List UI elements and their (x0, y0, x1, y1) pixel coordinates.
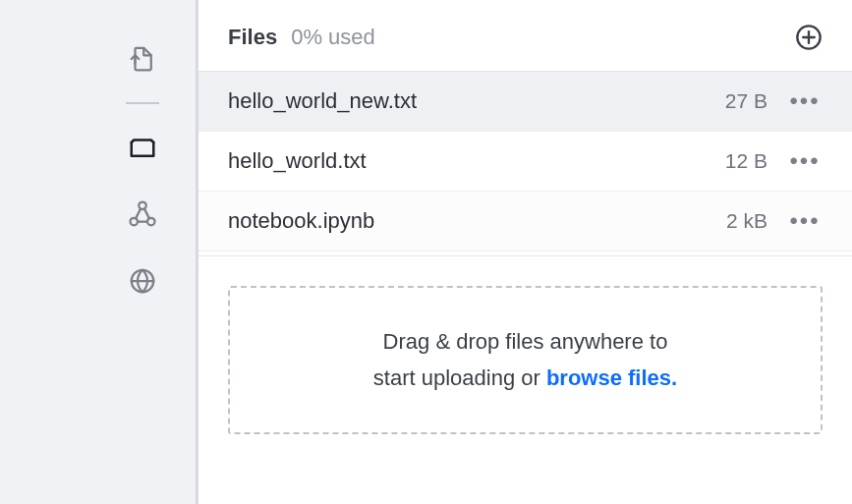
upload-file-icon[interactable] (123, 39, 162, 79)
share-icon[interactable] (123, 195, 162, 234)
files-panel: Files 0% used hello_world_new.txt 27 B •… (197, 0, 852, 504)
file-name: hello_world.txt (228, 148, 685, 174)
add-file-button[interactable] (795, 24, 823, 51)
files-header: Files 0% used (199, 0, 852, 72)
file-row[interactable]: hello_world.txt 12 B ••• (199, 132, 852, 192)
sidebar-divider (126, 102, 159, 104)
file-row[interactable]: notebook.ipynb 2 kB ••• (199, 192, 852, 252)
dropzone-container: Drag & drop files anywhere to start uplo… (199, 255, 852, 444)
more-icon[interactable]: ••• (787, 87, 823, 115)
file-row[interactable]: hello_world_new.txt 27 B ••• (199, 72, 852, 132)
more-icon[interactable]: ••• (787, 147, 823, 175)
dropzone-text-line2: start uploading or browse files. (269, 360, 781, 396)
files-icon[interactable] (123, 128, 162, 167)
browse-files-link[interactable]: browse files (546, 365, 671, 390)
file-size: 12 B (705, 149, 767, 173)
left-gutter (0, 0, 88, 504)
file-list: hello_world_new.txt 27 B ••• hello_world… (199, 72, 852, 252)
more-icon[interactable]: ••• (787, 207, 823, 235)
file-size: 2 kB (705, 209, 767, 233)
file-name: hello_world_new.txt (228, 88, 685, 114)
file-name: notebook.ipynb (228, 208, 685, 234)
file-size: 27 B (705, 89, 767, 113)
sidebar (88, 0, 197, 504)
files-usage: 0% used (291, 25, 375, 50)
globe-icon[interactable] (123, 261, 162, 301)
files-title: Files (228, 25, 277, 50)
dropzone-text-line1: Drag & drop files anywhere to (269, 323, 781, 360)
dropzone[interactable]: Drag & drop files anywhere to start uplo… (228, 286, 823, 434)
